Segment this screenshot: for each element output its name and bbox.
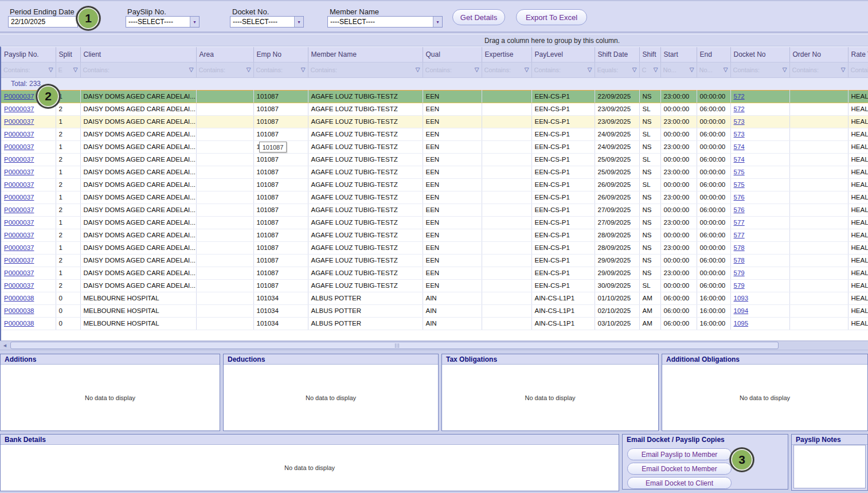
column-header[interactable]: Member Name xyxy=(308,47,423,62)
filter-operator-label[interactable]: No... xyxy=(663,66,677,73)
payslip-link[interactable]: P0000037 xyxy=(4,156,34,163)
column-header[interactable]: Emp No xyxy=(253,47,308,62)
payslip-link[interactable]: P0000037 xyxy=(4,219,34,226)
period-ending-date-input[interactable]: 22/10/2025 xyxy=(8,16,78,28)
filter-operator-label[interactable]: Contains: xyxy=(792,66,819,73)
payslip-link[interactable]: P0000037 xyxy=(4,269,34,276)
table-row[interactable]: P00000371DAISY DOMS AGED CARE ADELAI...1… xyxy=(1,191,868,204)
table-row[interactable]: P00000371DAISY DOMS AGED CARE ADELAI...1… xyxy=(1,241,868,254)
payslip-no-select[interactable]: ----SELECT---- ▾ xyxy=(126,16,200,28)
chevron-down-icon[interactable]: ▾ xyxy=(190,17,199,27)
filter-funnel-icon[interactable]: ▽ xyxy=(783,66,787,73)
filter-funnel-icon[interactable]: ▽ xyxy=(690,66,694,73)
filter-operator-label[interactable]: Contains: xyxy=(733,66,760,73)
email-docket-to-client-button[interactable]: Email Docket to Client xyxy=(627,477,732,489)
filter-operator-label[interactable]: Contains: xyxy=(425,66,452,73)
column-header[interactable]: PayLevel xyxy=(531,47,595,62)
filter-funnel-icon[interactable]: ▽ xyxy=(475,66,479,73)
column-header[interactable]: Start xyxy=(660,47,697,62)
filter-funnel-icon[interactable]: ▽ xyxy=(189,66,194,73)
table-row[interactable]: P00000372DAISY DOMS AGED CARE ADELAI...1… xyxy=(1,279,868,292)
table-row[interactable]: P00000380MELBOURNE HOSPITAL101034ALBUS P… xyxy=(1,292,868,304)
column-header[interactable]: Split xyxy=(56,47,80,62)
filter-funnel-icon[interactable]: ▽ xyxy=(416,66,420,73)
docket-link[interactable]: 576 xyxy=(734,206,745,213)
table-row[interactable]: P00000372DAISY DOMS AGED CARE ADELAI...1… xyxy=(1,178,868,191)
filter-funnel-icon[interactable]: ▽ xyxy=(588,66,592,73)
payslip-link[interactable]: P0000037 xyxy=(4,131,34,138)
docket-link[interactable]: 574 xyxy=(734,143,745,150)
filter-operator-label[interactable]: E xyxy=(58,66,62,73)
payslip-link[interactable]: P0000038 xyxy=(4,320,34,327)
filter-operator-label[interactable]: Contains: xyxy=(484,66,511,73)
filter-funnel-icon[interactable]: ▽ xyxy=(841,66,846,73)
column-header[interactable]: Area xyxy=(196,47,253,62)
payslip-link[interactable]: P0000037 xyxy=(4,93,34,100)
payslip-link[interactable]: P0000037 xyxy=(4,206,34,213)
payslip-notes-input[interactable] xyxy=(793,445,866,488)
table-row[interactable]: P00000371DAISY DOMS AGED CARE ADELAI...1… xyxy=(1,166,868,178)
column-header[interactable]: Expertise xyxy=(482,47,531,62)
filter-operator-label[interactable]: Contains: xyxy=(83,66,110,73)
docket-link[interactable]: 1094 xyxy=(734,307,749,314)
payslip-link[interactable]: P0000037 xyxy=(4,118,34,125)
table-row[interactable]: P00000372DAISY DOMS AGED CARE ADELAI...1… xyxy=(1,103,868,115)
docket-link[interactable]: 1093 xyxy=(734,295,749,302)
filter-funnel-icon[interactable]: ▽ xyxy=(301,66,306,73)
filter-operator-label[interactable]: Contains: xyxy=(534,66,561,73)
table-row[interactable]: P00000380MELBOURNE HOSPITAL101034ALBUS P… xyxy=(1,317,868,330)
filter-funnel-icon[interactable]: ▽ xyxy=(632,66,637,73)
payslip-link[interactable]: P0000037 xyxy=(4,105,34,112)
docket-link[interactable]: 575 xyxy=(734,181,745,188)
docket-link[interactable]: 574 xyxy=(734,156,745,163)
scroll-left-icon[interactable]: ◀ xyxy=(1,342,9,349)
table-row[interactable]: P00000371DAISY DOMS AGED CARE ADELAI...1… xyxy=(1,216,868,229)
table-row[interactable]: P00000371DAISY DOMS AGED CARE ADELAI...1… xyxy=(1,115,868,128)
payslip-link[interactable]: P0000037 xyxy=(4,232,34,238)
group-by-panel[interactable]: Drag a column here to group by this colu… xyxy=(0,34,868,46)
payslip-link[interactable]: P0000037 xyxy=(4,244,34,251)
payslip-link[interactable]: P0000037 xyxy=(4,257,34,264)
column-header[interactable]: Client xyxy=(80,47,196,62)
column-header[interactable]: Shift xyxy=(639,47,660,62)
docket-link[interactable]: 572 xyxy=(734,93,745,100)
payslip-link[interactable]: P0000037 xyxy=(4,282,34,289)
table-row[interactable]: P00000371DAISY DOMS AGED CARE ADELAI...1… xyxy=(1,267,868,279)
table-row[interactable]: P00000380MELBOURNE HOSPITAL101034ALBUS P… xyxy=(1,304,868,317)
column-header[interactable]: Docket No xyxy=(730,47,789,62)
filter-operator-label[interactable]: Contains: xyxy=(3,66,30,73)
payslip-link[interactable]: P0000037 xyxy=(4,169,34,175)
payslip-link[interactable]: P0000038 xyxy=(4,307,34,314)
table-row[interactable]: P00000372DAISY DOMS AGED CARE ADELAI...1… xyxy=(1,204,868,216)
docket-link[interactable]: 575 xyxy=(734,169,745,175)
docket-link[interactable]: 577 xyxy=(734,232,745,238)
docket-link[interactable]: 573 xyxy=(734,131,745,138)
payslip-link[interactable]: P0000037 xyxy=(4,143,34,150)
docket-link[interactable]: 578 xyxy=(734,257,745,264)
filter-operator-label[interactable]: Contains: xyxy=(199,66,225,73)
email-docket-to-member-button[interactable]: Email Docket to Member xyxy=(627,463,732,475)
docket-no-select[interactable]: ----SELECT---- ▾ xyxy=(230,16,304,28)
docket-link[interactable]: 576 xyxy=(734,194,745,201)
filter-funnel-icon[interactable]: ▽ xyxy=(654,66,658,73)
column-header[interactable]: Shift Date xyxy=(595,47,639,62)
email-payslip-to-member-button[interactable]: Email Payslip to Member xyxy=(627,448,732,460)
table-row[interactable]: P00000371DAISY DOMS AGED CARE ADELAI...1… xyxy=(1,140,868,153)
member-name-select[interactable]: ----SELECT---- ▾ xyxy=(327,16,443,28)
column-header[interactable]: Payslip No. xyxy=(1,47,56,62)
table-row[interactable]: P00000372DAISY DOMS AGED CARE ADELAI...1… xyxy=(1,153,868,166)
docket-link[interactable]: 572 xyxy=(734,105,745,112)
scrollbar-thumb[interactable] xyxy=(10,342,779,349)
payslip-link[interactable]: P0000038 xyxy=(4,295,34,302)
filter-operator-label[interactable]: Equals: xyxy=(597,66,619,73)
filter-operator-label[interactable]: Contains: xyxy=(256,66,283,73)
filter-funnel-icon[interactable]: ▽ xyxy=(247,66,251,73)
chevron-down-icon[interactable]: ▾ xyxy=(433,17,442,27)
docket-link[interactable]: 573 xyxy=(734,118,745,125)
table-row[interactable]: P00000372DAISY DOMS AGED CARE ADELAI...1… xyxy=(1,128,868,140)
payslip-link[interactable]: P0000037 xyxy=(4,194,34,201)
payslip-link[interactable]: P0000037 xyxy=(4,181,34,188)
table-row[interactable]: P00000371DAISY DOMS AGED CARE ADELAI...1… xyxy=(1,90,868,103)
horizontal-scrollbar[interactable]: ◀ xyxy=(0,341,868,350)
docket-link[interactable]: 579 xyxy=(734,282,745,289)
